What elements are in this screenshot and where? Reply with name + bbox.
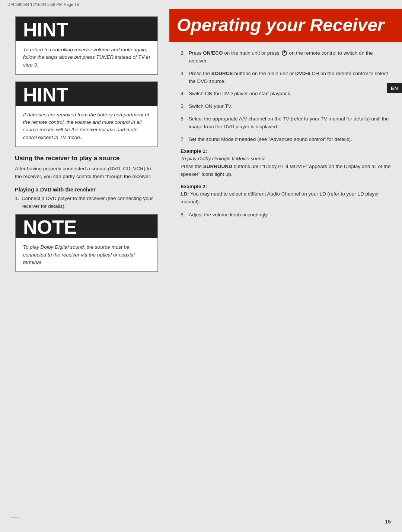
step-7-num: 7. <box>181 136 189 144</box>
page: DPL590 EN 12/16/04 3:58 PM Page 19 HINT … <box>0 0 402 532</box>
hint-box-2: HINT If batteries are removed from the b… <box>15 81 158 147</box>
step-5-num: 5. <box>181 103 189 110</box>
step-4: 4. Switch ON the DVD player and start pl… <box>181 90 391 98</box>
hint-box-1: HINT To return to controlling receiver v… <box>15 16 158 75</box>
example-2-ld: LD: <box>181 191 189 197</box>
step-2: 2. Press ON/ECO on the main unit or pres… <box>181 49 391 65</box>
hint1-title: HINT <box>16 17 157 41</box>
note-body: To play Dolby Digital sound, the source … <box>16 238 157 271</box>
en-badge: EN <box>387 83 402 93</box>
top-bar-text: DPL590 EN 12/16/04 3:58 PM Page 19 <box>7 2 79 7</box>
left-step-1-text: Connect a DVD player to the receiver (se… <box>22 195 158 210</box>
step-6: 6. Select the appropriate A/V channel on… <box>181 115 391 131</box>
step-3-num: 3. <box>181 70 189 86</box>
step-7: 7. Set the sound Mode if needed (see "Ad… <box>181 136 391 144</box>
step-6-text: Select the appropriate A/V channel on th… <box>189 115 391 131</box>
right-column: Operating your Receiver EN 2. Press ON/E… <box>169 9 402 532</box>
step-4-text: Switch ON the DVD player and start playb… <box>189 90 391 98</box>
top-bar: DPL590 EN 12/16/04 3:58 PM Page 19 <box>0 0 402 9</box>
step-5: 5. Switch ON your TV. <box>181 103 391 110</box>
example-1-heading: Example 1: <box>181 148 391 154</box>
main-content: HINT To return to controlling receiver v… <box>0 9 402 532</box>
example-2-heading: Example 2: <box>181 184 391 189</box>
page-number: 15 <box>385 519 391 525</box>
step-3-bold2: DVD•6 <box>295 71 310 76</box>
hint2-body: If batteries are removed from the batter… <box>16 106 157 146</box>
example-1: Example 1: To play Dolby Prologic II Mov… <box>181 148 391 178</box>
note-box: NOTE To play Dolby Digital sound, the so… <box>15 214 158 272</box>
hint1-body: To return to controlling receiver volume… <box>16 41 157 74</box>
section-playing-heading: Playing a DVD with the receiver <box>15 187 158 193</box>
step-8: 8. Adjust the volume knob accordingly. <box>181 211 391 219</box>
page-title: Operating your Receiver <box>177 16 391 35</box>
power-icon <box>282 51 287 56</box>
step-3: 3. Press the SOURCE buttons on the main … <box>181 70 391 86</box>
step-8-list: 8. Adjust the volume knob accordingly. <box>181 211 391 219</box>
step-7-text: Set the sound Mode if needed (see "Advan… <box>189 136 391 144</box>
left-column: HINT To return to controlling receiver v… <box>0 9 169 532</box>
step-2-num: 2. <box>181 49 189 65</box>
hint2-title: HINT <box>16 82 157 106</box>
step-2-bold: ON/ECO <box>203 50 223 56</box>
note-title: NOTE <box>16 215 157 238</box>
section-using-text: After having properly connected a source… <box>15 165 158 181</box>
step-5-text: Switch ON your TV. <box>189 103 391 110</box>
step-6-num: 6. <box>181 115 189 131</box>
section-using-heading: Using the receiver to play a source <box>15 155 158 162</box>
left-step-1: 1. Connect a DVD player to the receiver … <box>15 195 158 210</box>
step-8-num: 8. <box>181 211 189 219</box>
step-3-text: Press the SOURCE buttons on the main uni… <box>189 70 391 86</box>
example-1-bold: SURROUND <box>203 164 232 169</box>
steps-list: 2. Press ON/ECO on the main unit or pres… <box>181 49 391 144</box>
example-1-italic: To play Dolby Prologic II Movie sound <box>181 156 264 161</box>
step-4-num: 4. <box>181 90 189 98</box>
step-3-bold1: SOURCE <box>211 71 233 76</box>
example-2: Example 2: LD: You may need to select a … <box>181 184 391 206</box>
left-step-1-num: 1. <box>15 195 22 210</box>
crosshair-bottom-left <box>10 513 19 522</box>
step-2-text: Press ON/ECO on the main unit or press o… <box>189 49 391 65</box>
example-2-text: LD: You may need to select a different A… <box>181 190 391 206</box>
example-2-ld-bold: LD: <box>181 191 189 197</box>
example-1-text: To play Dolby Prologic II Movie sound Pr… <box>181 155 391 178</box>
crosshair-top-left <box>10 10 19 19</box>
step-8-text: Adjust the volume knob accordingly. <box>189 211 391 219</box>
title-area: Operating your Receiver <box>169 9 402 42</box>
